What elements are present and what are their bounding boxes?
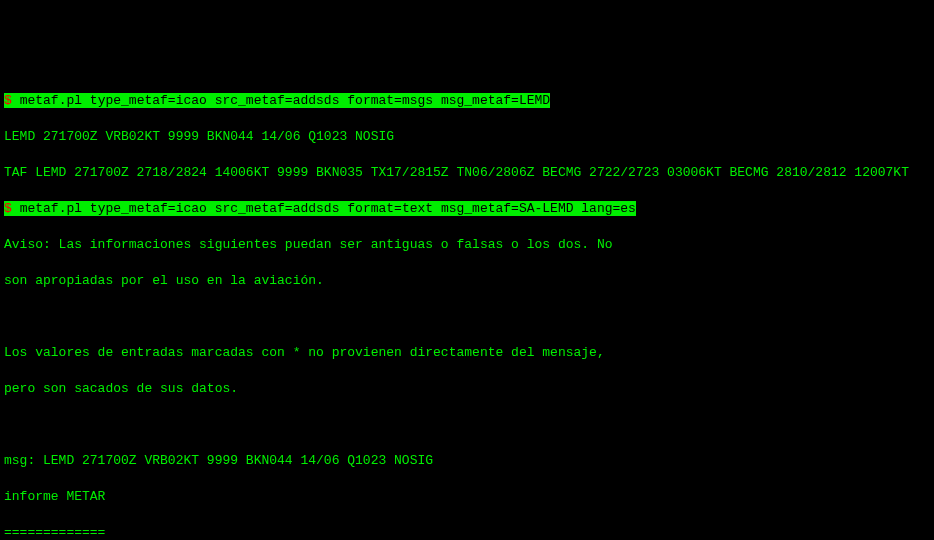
cmd-line-2: $ metaf.pl type_metaf=icao src_metaf=add… <box>4 200 930 218</box>
valores-line-1: Los valores de entradas marcadas con * n… <box>4 344 930 362</box>
blank-2 <box>4 416 930 434</box>
prompt-1: $ metaf.pl type_metaf=icao src_metaf=add… <box>4 93 550 108</box>
prompt-dollar-1: $ <box>4 93 12 108</box>
metar-output-1: LEMD 271700Z VRB02KT 9999 BKN044 14/06 Q… <box>4 128 930 146</box>
blank-1 <box>4 308 930 326</box>
taf-output-1: TAF LEMD 271700Z 2718/2824 14006KT 9999 … <box>4 164 930 182</box>
command-2: metaf.pl type_metaf=icao src_metaf=addsd… <box>20 201 636 216</box>
msg-line: msg: LEMD 271700Z VRB02KT 9999 BKN044 14… <box>4 452 930 470</box>
separator-1: ============= <box>4 524 930 540</box>
aviso-line-1: Aviso: Las informaciones siguientes pued… <box>4 236 930 254</box>
prompt-space-1 <box>12 93 20 108</box>
terminal-output[interactable]: $ metaf.pl type_metaf=icao src_metaf=add… <box>0 72 934 540</box>
prompt-2: $ metaf.pl type_metaf=icao src_metaf=add… <box>4 201 636 216</box>
valores-line-2: pero son sacados de sus datos. <box>4 380 930 398</box>
prompt-space-2 <box>12 201 20 216</box>
prompt-dollar-2: $ <box>4 201 12 216</box>
cmd-line-1: $ metaf.pl type_metaf=icao src_metaf=add… <box>4 92 930 110</box>
command-1: metaf.pl type_metaf=icao src_metaf=addsd… <box>20 93 551 108</box>
informe-line: informe METAR <box>4 488 930 506</box>
aviso-line-2: son apropiadas por el uso en la aviación… <box>4 272 930 290</box>
